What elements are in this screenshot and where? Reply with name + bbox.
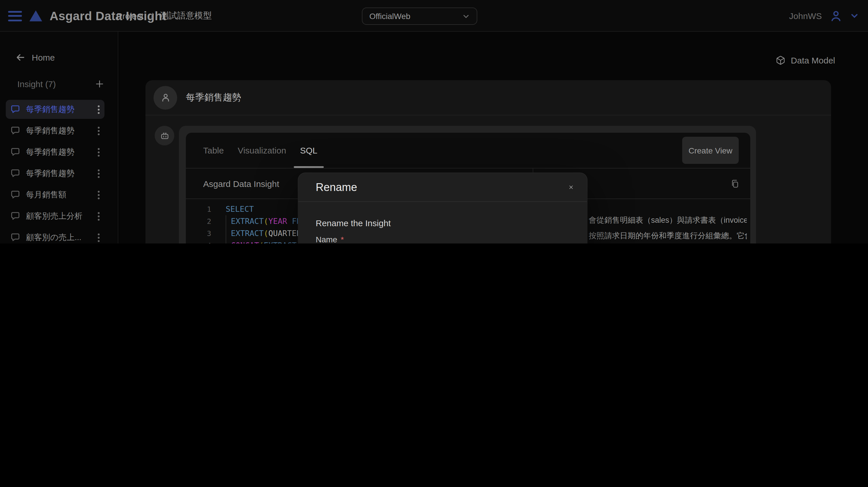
line-number: 3 (186, 227, 211, 239)
chat-bubble-icon (10, 190, 20, 200)
kebab-menu-icon[interactable] (97, 148, 100, 157)
user-avatar-icon[interactable] (829, 9, 843, 23)
hamburger-menu-icon[interactable] (8, 11, 22, 21)
chat-bubble-icon (10, 168, 20, 178)
rename-modal-header: Rename (299, 173, 587, 202)
chat-bubble-icon (10, 147, 20, 157)
line-number: 1 (186, 203, 211, 215)
create-view-button[interactable]: Create View (682, 137, 739, 164)
chevron-down-icon (462, 12, 470, 20)
sidebar-insight-item[interactable]: 每季銷售趨勢 (6, 142, 104, 162)
insight-item-label: 每月銷售額 (26, 190, 97, 200)
home-button[interactable]: Home (16, 53, 55, 62)
kebab-menu-icon[interactable] (97, 126, 100, 135)
top-header: Asgard Data Insight Project / 測試語意模型 Off… (0, 0, 868, 32)
description-line: 會從銷售明細表（sales）與請求書表（invoices） (589, 212, 747, 228)
kebab-menu-icon[interactable] (97, 105, 100, 114)
insight-section-label: Insight (7) (17, 79, 56, 89)
insight-list: 每季銷售趨勢每季銷售趨勢每季銷售趨勢每季銷售趨勢每月銷售額顧客別売上分析顧客別の… (6, 100, 104, 244)
home-label: Home (32, 53, 55, 62)
description-line: 按照請求日期的年份和季度進行分組彙總。它會計 (589, 228, 747, 244)
data-model-button[interactable]: Data Model (776, 55, 835, 65)
insight-item-label: 顧客別売上分析 (26, 211, 97, 221)
kebab-menu-icon[interactable] (97, 233, 100, 242)
sidebar-insight-item[interactable]: 每季銷售趨勢 (6, 100, 104, 119)
sidebar-insight-item[interactable]: 顧客別の売上... (6, 228, 104, 244)
sidebar: Home Insight (7) 每季銷售趨勢每季銷售趨勢每季銷售趨勢每季銷售趨… (0, 32, 118, 244)
modal-subtitle: Rename the Insight (316, 218, 391, 228)
line-number: 4 (186, 239, 211, 244)
line-number: 2 (186, 215, 211, 227)
cube-icon (776, 55, 786, 65)
sidebar-insight-item[interactable]: 每月銷售額 (6, 185, 104, 204)
name-field-label: Name* (316, 235, 344, 244)
insight-question-title: 每季銷售趨勢 (186, 92, 241, 104)
breadcrumb-project[interactable]: Project (117, 11, 144, 21)
asgard-data-insight-app: Asgard Data Insight Project / 測試語意模型 Off… (0, 0, 868, 244)
sidebar-insight-item[interactable]: 顧客別売上分析 (6, 206, 104, 226)
chat-bubble-icon (10, 232, 20, 242)
chat-bubble-icon (10, 104, 20, 114)
tab-sql[interactable]: SQL (300, 133, 317, 168)
data-model-label: Data Model (791, 55, 835, 65)
insight-item-label: 顧客別の売上... (26, 232, 97, 242)
sidebar-insight-item[interactable]: 每季銷售趨勢 (6, 164, 104, 183)
close-icon[interactable] (567, 183, 576, 192)
sql-description-text: 會從銷售明細表（sales）與請求書表（invoices）按照請求日期的年份和季… (589, 212, 747, 244)
chat-bubble-icon (10, 126, 20, 136)
person-icon (160, 92, 171, 103)
insight-item-label: 每季銷售趨勢 (26, 104, 97, 115)
rename-modal: Rename Rename the Insight Name* 每季銷售趨勢 I… (299, 173, 587, 244)
breadcrumb: Project / 測試語意模型 (117, 0, 212, 32)
workspace-select[interactable]: OfficialWeb (362, 7, 477, 25)
modal-title: Rename (316, 181, 567, 194)
indent-guide (226, 215, 226, 244)
insight-card-header: 每季銷售趨勢 (146, 80, 831, 116)
robot-icon (159, 130, 170, 141)
kebab-menu-icon[interactable] (97, 190, 100, 199)
required-mark: * (341, 235, 344, 244)
kebab-menu-icon[interactable] (97, 212, 100, 221)
user-message-avatar (154, 86, 177, 109)
copy-icon[interactable] (730, 179, 740, 189)
insight-item-label: 每季銷售趨勢 (26, 147, 97, 157)
tab-table[interactable]: Table (203, 133, 224, 168)
breadcrumb-model[interactable]: 測試語意模型 (160, 10, 212, 21)
user-menu-chevron-icon[interactable] (850, 11, 859, 20)
insight-item-label: 每季銷售趨勢 (26, 126, 97, 136)
insight-item-label: 每季銷售趨勢 (26, 168, 97, 178)
arrow-left-icon (16, 53, 25, 62)
bot-avatar (155, 126, 174, 145)
kebab-menu-icon[interactable] (97, 169, 100, 178)
chat-bubble-icon (10, 211, 20, 221)
tab-visualization[interactable]: Visualization (238, 133, 286, 168)
sidebar-insight-item[interactable]: 每季銷售趨勢 (6, 121, 104, 140)
add-insight-icon[interactable] (95, 79, 104, 88)
username: JohnWS (789, 11, 822, 21)
workspace-select-value: OfficialWeb (369, 11, 410, 21)
result-tabbar: Table Visualization SQL Create View (186, 133, 750, 168)
asgard-logo-icon (29, 10, 42, 21)
breadcrumb-separator: / (150, 11, 153, 21)
